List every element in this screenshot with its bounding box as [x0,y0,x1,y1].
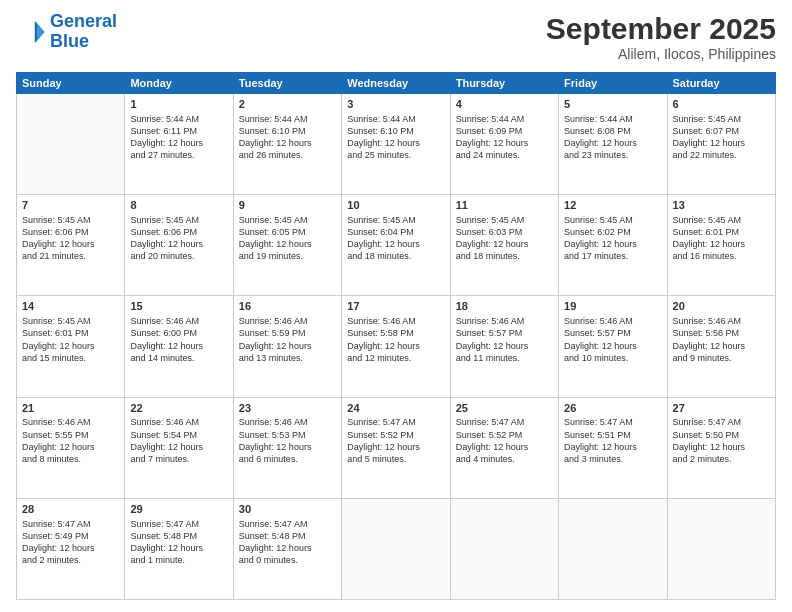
day-info-line: Sunset: 6:02 PM [564,226,661,238]
day-info-line: Sunrise: 5:45 AM [456,214,553,226]
day-info-line: Sunset: 6:04 PM [347,226,444,238]
weekday-header-row: Sunday Monday Tuesday Wednesday Thursday… [17,73,776,94]
day-info-line: and 8 minutes. [22,453,119,465]
day-info-line: and 25 minutes. [347,149,444,161]
table-row: 23Sunrise: 5:46 AMSunset: 5:53 PMDayligh… [233,397,341,498]
day-info-line: Sunrise: 5:47 AM [456,416,553,428]
day-info-line: Sunrise: 5:44 AM [564,113,661,125]
day-info-line: Sunset: 6:10 PM [347,125,444,137]
day-info-line: Daylight: 12 hours [456,340,553,352]
day-info-line: Sunrise: 5:46 AM [239,416,336,428]
calendar-table: Sunday Monday Tuesday Wednesday Thursday… [16,72,776,600]
day-info-line: Sunset: 6:05 PM [239,226,336,238]
table-row [559,498,667,599]
day-number: 25 [456,401,553,416]
day-info-line: Sunset: 6:03 PM [456,226,553,238]
table-row: 16Sunrise: 5:46 AMSunset: 5:59 PMDayligh… [233,296,341,397]
day-info-line: Daylight: 12 hours [239,238,336,250]
day-number: 22 [130,401,227,416]
day-info-line: Sunrise: 5:45 AM [347,214,444,226]
page: General Blue September 2025 Alilem, Iloc… [0,0,792,612]
day-info-line: Sunset: 6:07 PM [673,125,770,137]
month-title: September 2025 [546,12,776,46]
logo-line2: Blue [50,31,89,51]
day-info-line: and 18 minutes. [456,250,553,262]
day-info-line: Sunrise: 5:47 AM [239,518,336,530]
day-info-line: Sunrise: 5:47 AM [564,416,661,428]
location: Alilem, Ilocos, Philippines [546,46,776,62]
day-info-line: Daylight: 12 hours [456,137,553,149]
day-info-line: Daylight: 12 hours [22,238,119,250]
day-info-line: Sunrise: 5:45 AM [22,214,119,226]
day-info-line: Sunrise: 5:45 AM [130,214,227,226]
day-number: 29 [130,502,227,517]
day-number: 11 [456,198,553,213]
logo: General Blue [16,12,117,52]
day-info-line: and 24 minutes. [456,149,553,161]
day-number: 12 [564,198,661,213]
day-info-line: Sunset: 6:08 PM [564,125,661,137]
table-row: 24Sunrise: 5:47 AMSunset: 5:52 PMDayligh… [342,397,450,498]
table-row: 7Sunrise: 5:45 AMSunset: 6:06 PMDaylight… [17,195,125,296]
day-info-line: and 20 minutes. [130,250,227,262]
day-info-line: Sunrise: 5:47 AM [130,518,227,530]
day-number: 15 [130,299,227,314]
day-info-line: Sunrise: 5:45 AM [239,214,336,226]
header-sunday: Sunday [17,73,125,94]
day-info-line: Sunrise: 5:44 AM [239,113,336,125]
table-row: 2Sunrise: 5:44 AMSunset: 6:10 PMDaylight… [233,94,341,195]
table-row: 14Sunrise: 5:45 AMSunset: 6:01 PMDayligh… [17,296,125,397]
day-info-line: Sunrise: 5:46 AM [456,315,553,327]
day-info-line: Sunset: 6:09 PM [456,125,553,137]
day-info-line: and 16 minutes. [673,250,770,262]
day-info-line: and 1 minute. [130,554,227,566]
day-number: 6 [673,97,770,112]
day-number: 9 [239,198,336,213]
table-row: 8Sunrise: 5:45 AMSunset: 6:06 PMDaylight… [125,195,233,296]
day-info-line: Sunset: 5:49 PM [22,530,119,542]
day-info-line: Sunset: 5:48 PM [130,530,227,542]
day-info-line: Daylight: 12 hours [239,542,336,554]
table-row: 29Sunrise: 5:47 AMSunset: 5:48 PMDayligh… [125,498,233,599]
day-info-line: Daylight: 12 hours [673,441,770,453]
day-number: 28 [22,502,119,517]
table-row: 20Sunrise: 5:46 AMSunset: 5:56 PMDayligh… [667,296,775,397]
day-info-line: and 0 minutes. [239,554,336,566]
header-saturday: Saturday [667,73,775,94]
table-row [667,498,775,599]
day-info-line: Sunset: 5:52 PM [347,429,444,441]
day-number: 3 [347,97,444,112]
calendar-week-row: 21Sunrise: 5:46 AMSunset: 5:55 PMDayligh… [17,397,776,498]
day-info-line: Daylight: 12 hours [347,441,444,453]
day-info-line: Daylight: 12 hours [130,137,227,149]
header: General Blue September 2025 Alilem, Iloc… [16,12,776,62]
day-number: 27 [673,401,770,416]
day-number: 14 [22,299,119,314]
logo-line1: General [50,11,117,31]
day-info-line: Sunset: 5:53 PM [239,429,336,441]
day-number: 7 [22,198,119,213]
day-info-line: and 18 minutes. [347,250,444,262]
calendar-week-row: 14Sunrise: 5:45 AMSunset: 6:01 PMDayligh… [17,296,776,397]
day-info-line: Sunset: 6:00 PM [130,327,227,339]
day-info-line: Sunset: 5:56 PM [673,327,770,339]
day-info-line: Sunset: 5:54 PM [130,429,227,441]
calendar-week-row: 1Sunrise: 5:44 AMSunset: 6:11 PMDaylight… [17,94,776,195]
day-info-line: and 17 minutes. [564,250,661,262]
day-info-line: and 23 minutes. [564,149,661,161]
day-info-line: and 22 minutes. [673,149,770,161]
day-info-line: and 6 minutes. [239,453,336,465]
table-row: 27Sunrise: 5:47 AMSunset: 5:50 PMDayligh… [667,397,775,498]
day-info-line: and 4 minutes. [456,453,553,465]
logo-text: General Blue [50,12,117,52]
day-info-line: and 2 minutes. [673,453,770,465]
day-info-line: and 3 minutes. [564,453,661,465]
table-row: 1Sunrise: 5:44 AMSunset: 6:11 PMDaylight… [125,94,233,195]
day-info-line: Sunset: 5:57 PM [564,327,661,339]
day-info-line: Sunset: 5:51 PM [564,429,661,441]
day-info-line: Daylight: 12 hours [347,340,444,352]
day-info-line: and 27 minutes. [130,149,227,161]
day-info-line: Sunset: 5:57 PM [456,327,553,339]
day-info-line: and 21 minutes. [22,250,119,262]
day-info-line: Daylight: 12 hours [130,238,227,250]
